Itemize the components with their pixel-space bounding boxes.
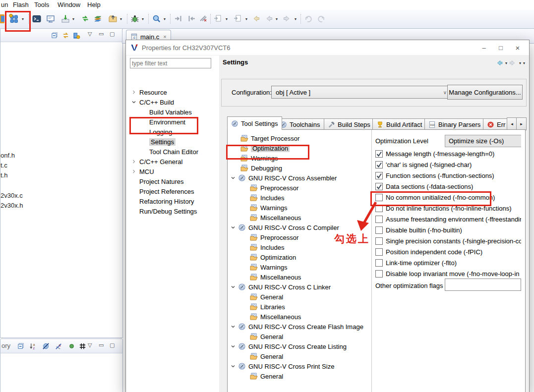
tree-item-create-flash-image[interactable]: GNU RISC-V Cross Create Flash Image xyxy=(228,322,371,332)
dialog-close-icon[interactable]: × xyxy=(509,40,526,55)
collapse-all-icon[interactable] xyxy=(50,31,59,40)
tab-binary-parsers[interactable]: Binary Parsers xyxy=(424,118,489,130)
nav-back-icon[interactable] xyxy=(495,59,503,67)
nav-item-build-variables[interactable]: Build Variables xyxy=(126,107,241,117)
tab-build-steps[interactable]: Build Steps xyxy=(324,118,379,130)
checkbox-no-move-loop[interactable]: Disable loop invariant move (-fno-move-l… xyxy=(375,270,520,278)
tree-item-general[interactable]: General xyxy=(228,292,371,302)
forward-icon[interactable] xyxy=(282,13,294,25)
file-item[interactable]: t.c xyxy=(0,162,7,169)
nav-back-dropdown-icon[interactable]: ▾ xyxy=(505,61,507,65)
step-into-icon[interactable] xyxy=(173,13,184,25)
back-icon[interactable] xyxy=(263,13,275,25)
nav-item-resource[interactable]: Resource xyxy=(126,87,223,97)
next-annotation-dropdown-icon[interactable]: ▾ xyxy=(245,17,247,21)
menu-window[interactable]: Window xyxy=(58,1,80,8)
nav-item-project-references[interactable]: Project References xyxy=(126,186,232,196)
download-run-icon[interactable] xyxy=(59,13,71,25)
tab-build-artifact[interactable]: Build Artifact xyxy=(372,118,431,130)
nav-item-cc-build[interactable]: C/C++ Build xyxy=(126,97,223,107)
sort-icon[interactable] xyxy=(28,341,37,350)
back-dropdown-icon[interactable]: ▾ xyxy=(276,17,278,21)
menu-flash[interactable]: Flash xyxy=(13,1,29,8)
menu-run[interactable]: un xyxy=(1,1,8,8)
checkbox-char-signed[interactable]: 'char' is signed (-fsigned-char) xyxy=(375,161,472,168)
nav-item-settings[interactable]: Settings xyxy=(126,137,241,147)
nav-forward-dropdown-icon[interactable]: ▾ xyxy=(519,61,521,65)
tree-item-general[interactable]: General xyxy=(228,332,371,341)
tree-item-target-processor[interactable]: Target Processor xyxy=(228,133,371,143)
maximize-panel-icon[interactable]: ▢ xyxy=(110,31,115,37)
tree-item-miscellaneous[interactable]: Miscellaneous xyxy=(228,272,371,282)
debug-bug-icon[interactable] xyxy=(129,13,141,25)
dialog-title-bar[interactable]: Properties for CH32V307VCT6 – □ × xyxy=(126,40,529,55)
manage-configurations-button[interactable]: Manage Configurations... xyxy=(447,85,523,100)
checkbox-fpic[interactable]: Position independent code (-fPIC) xyxy=(375,248,482,256)
collapse-all-icon[interactable] xyxy=(16,341,25,350)
checkbox-freestanding[interactable]: Assume freestanding environment (-ffrees… xyxy=(375,215,521,223)
back-history-icon[interactable] xyxy=(250,13,262,25)
last-edit-icon[interactable] xyxy=(212,13,224,25)
nav-item-run-debug-settings[interactable]: Run/Debug Settings xyxy=(126,206,232,216)
checkbox-no-builtin[interactable]: Disable builtin (-fno-builtin) xyxy=(375,226,462,234)
tab-tool-settings[interactable]: Tool Settings xyxy=(227,116,282,130)
nav-item-project-natures[interactable]: Project Natures xyxy=(126,176,232,186)
checkbox-flto[interactable]: Link-time optimizer (-flto) xyxy=(375,259,457,267)
maximize-panel-icon[interactable]: ▢ xyxy=(110,342,115,348)
file-item[interactable]: t.h xyxy=(0,171,7,179)
tree-item-optimization[interactable]: Optimization xyxy=(228,252,371,262)
tree-item-print-size[interactable]: GNU RISC-V Cross Print Size xyxy=(228,361,371,371)
optimization-level-select[interactable]: Optimize size (-Os) xyxy=(445,135,521,147)
search-icon[interactable] xyxy=(151,13,163,25)
other-flags-input[interactable] xyxy=(445,279,521,291)
tab-toolchains[interactable]: Toolchains xyxy=(276,118,330,130)
hide-fields-icon[interactable] xyxy=(41,341,50,350)
nav-item-refactoring-history[interactable]: Refactoring History xyxy=(126,196,232,206)
last-edit-dropdown-icon[interactable]: ▾ xyxy=(226,17,228,21)
checkbox-function-sections[interactable]: Function sections (-ffunction-sections) xyxy=(375,171,494,179)
panel-tab-label[interactable]: ory xyxy=(1,342,10,349)
search-dropdown-icon[interactable]: ▾ xyxy=(164,17,166,21)
tree-item-create-listing[interactable]: GNU RISC-V Cross Create Listing xyxy=(228,341,371,351)
nav-item-tool-chain-editor[interactable]: Tool Chain Editor xyxy=(126,147,241,157)
step-over-icon[interactable] xyxy=(185,13,197,25)
tree-item-debugging[interactable]: Debugging xyxy=(228,163,371,173)
view-menu-icon[interactable]: ▾ xyxy=(523,61,525,65)
nav-item-mcu[interactable]: MCU xyxy=(126,167,223,176)
nav-item-cc-general[interactable]: C/C++ General xyxy=(126,157,223,167)
checkbox-data-sections[interactable]: Data sections (-fdata-sections) xyxy=(375,182,473,190)
tree-item-cross-assembler[interactable]: GNU RISC-V Cross Assembler xyxy=(228,173,371,183)
tab-close-icon[interactable]: × xyxy=(163,34,166,40)
import-dropdown-icon[interactable]: ▾ xyxy=(120,17,122,21)
dialog-minimize-icon[interactable]: – xyxy=(475,40,492,55)
link-editor-icon[interactable] xyxy=(61,31,70,40)
console-icon[interactable] xyxy=(45,13,57,25)
skip-breakpoints-icon[interactable] xyxy=(197,13,209,25)
hide-non-public-icon[interactable] xyxy=(67,341,76,350)
minimize-panel-icon[interactable]: ▭ xyxy=(99,31,104,37)
checkbox-message-length[interactable]: Message length (-fmessage-length=0) xyxy=(375,150,494,158)
tree-item-general[interactable]: General xyxy=(228,351,371,361)
configuration-select[interactable]: obj [ Active ]∨ xyxy=(271,86,451,99)
import-folder-icon[interactable] xyxy=(107,13,119,25)
forward-dropdown-icon[interactable]: ▾ xyxy=(295,17,297,21)
stack-icon[interactable] xyxy=(92,13,104,25)
next-annotation-icon[interactable] xyxy=(232,13,244,25)
debug-dropdown-icon[interactable]: ▾ xyxy=(142,17,144,21)
file-item[interactable]: 2v30x.h xyxy=(0,202,23,209)
hide-static-icon[interactable] xyxy=(54,341,63,350)
file-item[interactable]: 2v30x.c xyxy=(0,192,23,199)
tab-scroll-left-icon[interactable]: ◂ xyxy=(507,117,517,130)
view-menu-icon[interactable]: ▽ xyxy=(88,342,92,348)
undo-icon[interactable] xyxy=(302,13,314,25)
tree-item-warnings[interactable]: Warnings xyxy=(228,262,371,272)
tree-item-cross-c-linker[interactable]: GNU RISC-V Cross C Linker xyxy=(228,282,371,292)
menu-help[interactable]: Help xyxy=(87,1,101,8)
minimize-panel-icon[interactable]: ▭ xyxy=(99,342,104,348)
nav-forward-icon[interactable] xyxy=(509,59,517,67)
sync-icon[interactable] xyxy=(79,13,91,25)
tree-item-preprocessor[interactable]: Preprocessor xyxy=(228,183,371,193)
checkbox-single-precision[interactable]: Single precision constants (-fsingle-pre… xyxy=(375,237,521,245)
terminal-icon[interactable] xyxy=(31,13,43,25)
dialog-maximize-icon[interactable]: □ xyxy=(492,40,509,55)
